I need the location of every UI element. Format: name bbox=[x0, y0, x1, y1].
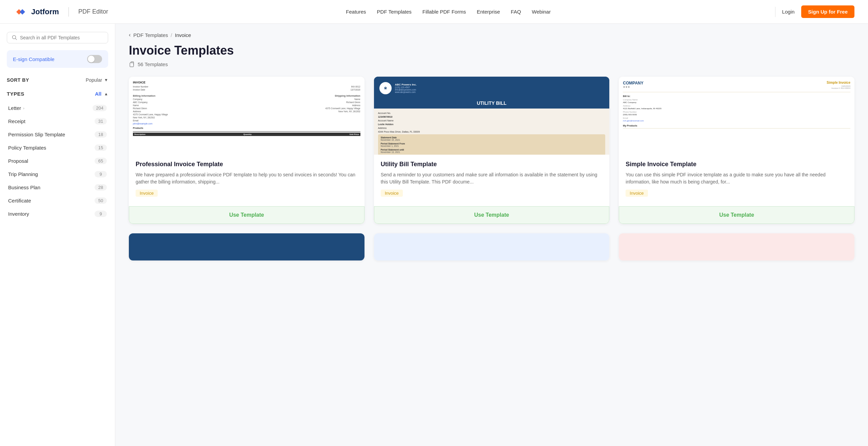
nav-pdf-templates[interactable]: PDF Templates bbox=[377, 9, 412, 15]
header: Jotform PDF Editor Features PDF Template… bbox=[0, 0, 868, 24]
content-area: ‹ PDF Templates / Invoice Invoice Templa… bbox=[115, 24, 868, 446]
template-info: Professional Invoice Template We have pr… bbox=[129, 155, 364, 206]
simple-invoice-preview-mock: COMPANY ★★★ Simple Invoice 19/6/2020 Inv… bbox=[619, 77, 854, 155]
svg-rect-2 bbox=[130, 63, 134, 67]
sidebar-item-count: 50 bbox=[95, 197, 107, 204]
chevron-right-icon: › bbox=[23, 106, 24, 110]
sidebar-item-count: 15 bbox=[95, 144, 107, 151]
utility-preview-mock: 🏛 ABC Powers Inc. (123) 123-4567 info@ab… bbox=[374, 77, 610, 155]
template-card-simple-invoice: COMPANY ★★★ Simple Invoice 19/6/2020 Inv… bbox=[619, 77, 854, 224]
template-grid-row2 bbox=[129, 233, 854, 260]
template-card-professional-invoice: INVOICE Invoice NumberINV-0012 Invoice D… bbox=[129, 77, 364, 224]
sidebar-item-inventory[interactable]: Inventory 9 bbox=[7, 207, 108, 220]
sidebar-item-label: Letter bbox=[8, 105, 21, 111]
sidebar-item-label: Business Plan bbox=[8, 185, 40, 190]
types-all-link[interactable]: All bbox=[95, 91, 101, 97]
pdf-editor-label: PDF Editor bbox=[78, 8, 108, 15]
template-card-partial-3 bbox=[619, 233, 854, 260]
breadcrumb-current: Invoice bbox=[175, 32, 191, 38]
template-card-partial-2 bbox=[374, 233, 610, 260]
toggle-thumb bbox=[88, 56, 95, 62]
template-name: Utility Bill Template bbox=[381, 161, 603, 168]
template-name: Simple Invoice Template bbox=[626, 161, 848, 168]
nav-fillable[interactable]: Fillable PDF Forms bbox=[422, 9, 466, 15]
sidebar-item-count: 65 bbox=[95, 158, 107, 164]
nav-faq[interactable]: FAQ bbox=[511, 9, 521, 15]
sidebar-item-label: Policy Templates bbox=[8, 145, 46, 151]
template-desc: You can use this simple PDF invoice temp… bbox=[626, 171, 848, 186]
template-preview[interactable]: COMPANY ★★★ Simple Invoice 19/6/2020 Inv… bbox=[619, 77, 854, 155]
template-tag: Invoice bbox=[381, 190, 403, 197]
template-preview[interactable]: INVOICE Invoice NumberINV-0012 Invoice D… bbox=[129, 77, 364, 155]
sidebar-item-certificate[interactable]: Certificate 50 bbox=[7, 194, 108, 207]
sidebar-item-label: Permission Slip Template bbox=[8, 132, 65, 137]
sidebar: E-sign Compatible SORT BY Popular ▼ TYPE… bbox=[0, 24, 115, 446]
page-title: Invoice Templates bbox=[129, 43, 854, 58]
sidebar-item-count: 18 bbox=[95, 131, 107, 138]
signup-button[interactable]: Sign Up for Free bbox=[801, 5, 854, 18]
template-info: Utility Bill Template Send a reminder to… bbox=[374, 155, 610, 206]
esign-toggle: E-sign Compatible bbox=[7, 50, 108, 68]
esign-label: E-sign Compatible bbox=[13, 56, 55, 62]
template-preview[interactable] bbox=[129, 233, 364, 260]
search-input[interactable] bbox=[20, 35, 103, 40]
use-template-button-0[interactable]: Use Template bbox=[129, 206, 364, 224]
template-card-utility-bill: 🏛 ABC Powers Inc. (123) 123-4567 info@ab… bbox=[374, 77, 610, 224]
types-header: TYPES All ▲ bbox=[7, 91, 108, 97]
template-desc: We have prepared a professional invoice … bbox=[136, 171, 358, 186]
sidebar-item-label: Inventory bbox=[8, 211, 29, 217]
nav-divider bbox=[775, 7, 775, 17]
copy-icon bbox=[129, 61, 135, 67]
logo-name: Jotform bbox=[31, 7, 59, 16]
sidebar-item-proposal[interactable]: Proposal 65 bbox=[7, 154, 108, 168]
jotform-logo-icon bbox=[14, 5, 27, 19]
nav-right: Login Sign Up for Free bbox=[775, 5, 854, 18]
use-template-button-2[interactable]: Use Template bbox=[619, 206, 854, 224]
logo-area: Jotform PDF Editor bbox=[14, 5, 108, 19]
breadcrumb-pdf-templates[interactable]: PDF Templates bbox=[133, 32, 168, 38]
sort-value: Popular bbox=[86, 77, 102, 83]
template-preview[interactable] bbox=[619, 233, 854, 260]
chevron-down-icon: ▼ bbox=[104, 78, 108, 82]
template-preview[interactable]: 🏛 ABC Powers Inc. (123) 123-4567 info@ab… bbox=[374, 77, 610, 155]
types-label: TYPES bbox=[7, 91, 24, 97]
sidebar-item-count: 28 bbox=[95, 184, 107, 191]
use-template-button-1[interactable]: Use Template bbox=[374, 206, 610, 224]
template-card-partial-1 bbox=[129, 233, 364, 260]
sort-select[interactable]: Popular ▼ bbox=[86, 77, 108, 83]
template-count-label: 56 Templates bbox=[138, 61, 168, 67]
nav-features[interactable]: Features bbox=[346, 9, 366, 15]
breadcrumb-back-button[interactable]: ‹ bbox=[129, 32, 131, 38]
template-desc: Send a reminder to your customers and ma… bbox=[381, 171, 603, 186]
sidebar-item-label: Trip Planning bbox=[8, 171, 38, 177]
sidebar-item-policy[interactable]: Policy Templates 15 bbox=[7, 141, 108, 154]
logo-divider bbox=[68, 7, 69, 17]
invoice-preview-mock: INVOICE Invoice NumberINV-0012 Invoice D… bbox=[129, 77, 364, 155]
template-preview[interactable] bbox=[374, 233, 610, 260]
sidebar-item-trip-planning[interactable]: Trip Planning 9 bbox=[7, 168, 108, 181]
breadcrumb: ‹ PDF Templates / Invoice bbox=[129, 32, 854, 38]
nav-webinar[interactable]: Webinar bbox=[532, 9, 551, 15]
sidebar-item-label: Receipt bbox=[8, 118, 25, 124]
sidebar-item-permission-slip[interactable]: Permission Slip Template 18 bbox=[7, 128, 108, 141]
esign-toggle-switch[interactable] bbox=[87, 55, 102, 63]
main-nav: Features PDF Templates Fillable PDF Form… bbox=[122, 9, 775, 15]
sidebar-item-letter[interactable]: Letter › 204 bbox=[7, 101, 108, 115]
template-count: 56 Templates bbox=[129, 61, 854, 67]
search-box bbox=[7, 32, 108, 43]
breadcrumb-separator: / bbox=[171, 32, 172, 38]
sidebar-item-count: 9 bbox=[95, 171, 107, 177]
sidebar-item-label: Proposal bbox=[8, 158, 28, 164]
template-tag: Invoice bbox=[626, 190, 648, 197]
sidebar-item-count: 204 bbox=[93, 105, 107, 111]
template-name: Professional Invoice Template bbox=[136, 161, 358, 168]
sidebar-item-receipt[interactable]: Receipt 31 bbox=[7, 115, 108, 128]
sidebar-item-count: 9 bbox=[95, 211, 107, 217]
sidebar-item-count: 31 bbox=[95, 118, 107, 124]
template-info: Simple Invoice Template You can use this… bbox=[619, 155, 854, 206]
sidebar-item-business-plan[interactable]: Business Plan 28 bbox=[7, 181, 108, 194]
nav-enterprise[interactable]: Enterprise bbox=[477, 9, 500, 15]
template-grid: INVOICE Invoice NumberINV-0012 Invoice D… bbox=[129, 77, 854, 224]
sort-label: SORT BY bbox=[7, 77, 29, 83]
login-button[interactable]: Login bbox=[782, 9, 795, 15]
